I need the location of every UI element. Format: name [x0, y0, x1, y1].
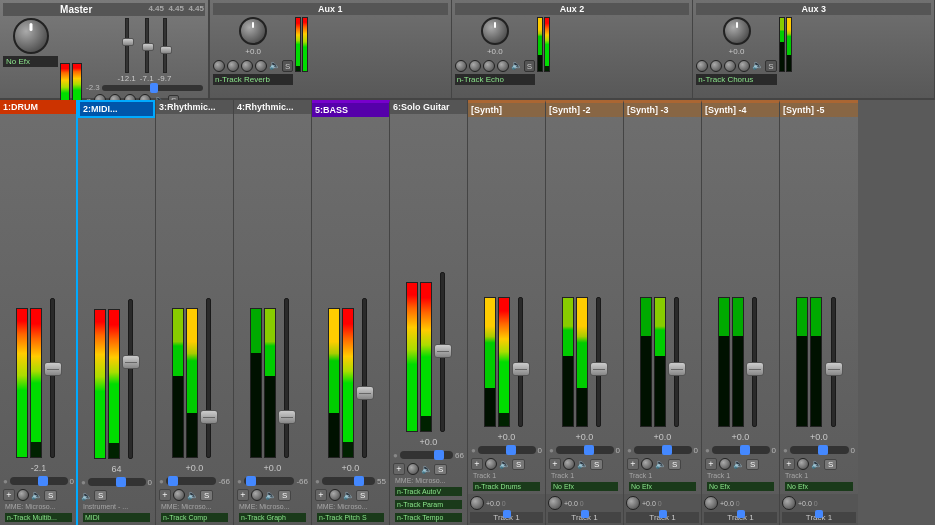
ch5-vol-slider[interactable] [322, 477, 375, 485]
ch11-pan-knob[interactable] [797, 458, 809, 470]
fader-thumb-2[interactable] [142, 43, 154, 51]
ch11-plugin[interactable]: No Efx [785, 482, 853, 491]
ch8-pan-knob[interactable] [563, 458, 575, 470]
aux3-knob-sm-4[interactable] [738, 60, 750, 72]
aux2-knob-sm-4[interactable] [497, 60, 509, 72]
ch6-plugin3[interactable]: n-Track Tempo [395, 513, 462, 522]
ch4-add-button[interactable]: + [237, 489, 249, 501]
aux1-knob-small-4[interactable] [255, 60, 267, 72]
aux2-s-button[interactable]: S [524, 60, 535, 72]
master-knob[interactable] [13, 18, 49, 54]
ch8-send-knob[interactable] [548, 496, 562, 510]
ch8-fader-thumb[interactable] [590, 362, 608, 376]
ch6-vol-slider[interactable] [400, 451, 453, 459]
ch10-s-button[interactable]: S [746, 459, 759, 470]
aux3-efx[interactable]: n-Track Chorus [696, 74, 776, 85]
ch4-pan-knob[interactable] [251, 489, 263, 501]
ch4-fader-thumb[interactable] [278, 410, 296, 424]
ch6-fader-thumb[interactable] [434, 344, 452, 358]
aux3-knob-sm-2[interactable] [710, 60, 722, 72]
master-horiz-fader[interactable] [102, 85, 203, 91]
ch7-pan-knob[interactable] [485, 458, 497, 470]
ch10-fader-thumb[interactable] [746, 362, 764, 376]
aux3-knob-sm-3[interactable] [724, 60, 736, 72]
ch1-pan-knob[interactable] [17, 489, 29, 501]
ch6-plugin2[interactable]: n-Track Param [395, 500, 462, 509]
ch11-add-button[interactable]: + [783, 458, 795, 470]
master-efx-label[interactable]: No Efx [3, 56, 58, 67]
ch3-fader-thumb[interactable] [200, 410, 218, 424]
ch10-plugin[interactable]: No Efx [707, 482, 774, 491]
ch1-fader-thumb[interactable] [44, 362, 62, 376]
ch4-plugin[interactable]: n-Track Graph [239, 513, 306, 522]
aux1-knob-small-1[interactable] [213, 60, 225, 72]
ch10-pan-knob[interactable] [719, 458, 731, 470]
ch6-pan-knob[interactable] [407, 463, 419, 475]
ch5-pan-knob[interactable] [329, 489, 341, 501]
ch1-plugin[interactable]: n-Track Multib... [5, 513, 72, 522]
ch2-plugin[interactable]: MIDI [83, 513, 150, 522]
ch7-plugin[interactable]: n-Track Drums [473, 482, 540, 491]
aux3-vu-left [779, 17, 785, 72]
ch2-buttons: 🔈 S [81, 490, 152, 501]
ch3-add-button[interactable]: + [159, 489, 171, 501]
ch8-vol-slider[interactable] [556, 446, 614, 454]
ch9-add-button[interactable]: + [627, 458, 639, 470]
aux3-s-button[interactable]: S [765, 60, 776, 72]
aux3-knob[interactable] [723, 17, 751, 45]
ch11-vol-slider[interactable] [790, 446, 849, 454]
ch7-s-button[interactable]: S [512, 459, 525, 470]
fader-thumb-3[interactable] [160, 46, 172, 54]
ch1-vol-slider[interactable] [10, 477, 68, 485]
ch6-add-button[interactable]: + [393, 463, 405, 475]
aux2-knob-sm-3[interactable] [483, 60, 495, 72]
ch9-vol-slider[interactable] [634, 446, 692, 454]
ch6-plugin1[interactable]: n-Track AutoV [395, 487, 462, 496]
ch5-add-button[interactable]: + [315, 489, 327, 501]
ch6-s-button[interactable]: S [434, 464, 447, 475]
aux1-knob-small-3[interactable] [241, 60, 253, 72]
ch8-add-button[interactable]: + [549, 458, 561, 470]
ch3-s-button[interactable]: S [200, 490, 213, 501]
aux1-efx[interactable]: n-Track Reverb [213, 74, 293, 85]
aux2-knob-sm-2[interactable] [469, 60, 481, 72]
ch11-s-button[interactable]: S [824, 459, 837, 470]
aux2-knob-sm-1[interactable] [455, 60, 467, 72]
ch5-fader-thumb[interactable] [356, 386, 374, 400]
ch11-send-knob[interactable] [782, 496, 796, 510]
ch8-plugin[interactable]: No Efx [551, 482, 618, 491]
aux1-s-button[interactable]: S [282, 60, 293, 72]
aux1-knob[interactable] [239, 17, 267, 45]
ch2-s-button[interactable]: S [94, 490, 107, 501]
ch8-s-button[interactable]: S [590, 459, 603, 470]
ch7-fader-thumb[interactable] [512, 362, 530, 376]
ch9-s-button[interactable]: S [668, 459, 681, 470]
aux1-knob-small-2[interactable] [227, 60, 239, 72]
ch1-s-button[interactable]: S [44, 490, 57, 501]
ch7-add-button[interactable]: + [471, 458, 483, 470]
ch10-vol-slider[interactable] [712, 446, 770, 454]
ch4-vol-slider[interactable] [244, 477, 295, 485]
ch10-add-button[interactable]: + [705, 458, 717, 470]
ch9-fader-thumb[interactable] [668, 362, 686, 376]
ch11-fader-thumb[interactable] [825, 362, 843, 376]
ch5-plugin[interactable]: n-Track Pitch S [317, 513, 384, 522]
ch9-send-knob[interactable] [626, 496, 640, 510]
ch10-send-knob[interactable] [704, 496, 718, 510]
ch1-add-button[interactable]: + [3, 489, 15, 501]
ch4-s-button[interactable]: S [278, 490, 291, 501]
ch3-pan-knob[interactable] [173, 489, 185, 501]
fader-thumb-1[interactable] [122, 38, 134, 46]
ch3-plugin[interactable]: n-Track Comp [161, 513, 228, 522]
ch2-vol-slider[interactable] [88, 478, 146, 486]
ch7-vol-slider[interactable] [478, 446, 536, 454]
aux3-knob-sm-1[interactable] [696, 60, 708, 72]
aux2-knob[interactable] [481, 17, 509, 45]
ch2-fader-thumb[interactable] [122, 355, 140, 369]
ch7-send-knob[interactable] [470, 496, 484, 510]
ch3-vol-slider[interactable] [166, 477, 217, 485]
aux2-efx[interactable]: n-Track Echo [455, 74, 535, 85]
ch9-plugin[interactable]: No Efx [629, 482, 696, 491]
ch9-pan-knob[interactable] [641, 458, 653, 470]
ch5-s-button[interactable]: S [356, 490, 369, 501]
